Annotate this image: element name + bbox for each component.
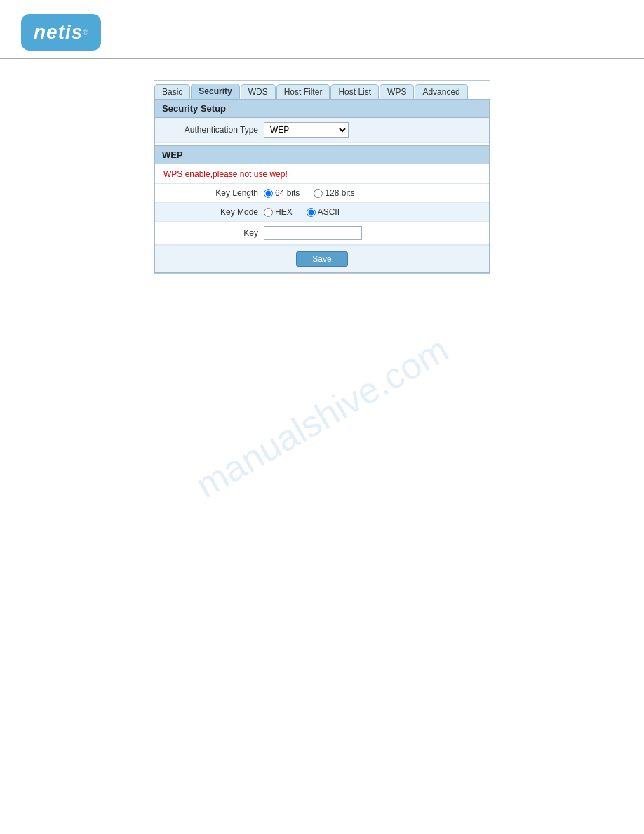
logo-text: netis bbox=[34, 21, 83, 43]
tab-host-list[interactable]: Host List bbox=[330, 84, 379, 99]
key-mode-control: HEX ASCII bbox=[264, 207, 482, 217]
key-length-row: Key Length 64 bits 128 bits bbox=[155, 184, 489, 203]
key-mode-row: Key Mode HEX ASCII bbox=[155, 203, 489, 222]
key-mode-ascii-option: ASCII bbox=[307, 207, 340, 217]
key-row: Key bbox=[155, 222, 489, 245]
panel-body: Security Setup Authentication Type WEP W… bbox=[154, 99, 490, 273]
key-length-128-radio[interactable] bbox=[314, 189, 323, 198]
tab-wds[interactable]: WDS bbox=[241, 84, 276, 99]
tab-basic[interactable]: Basic bbox=[154, 84, 190, 99]
key-length-64-option: 64 bits bbox=[264, 188, 300, 198]
tab-security[interactable]: Security bbox=[191, 84, 239, 99]
key-mode-hex-option: HEX bbox=[264, 207, 293, 217]
key-input[interactable] bbox=[264, 226, 362, 240]
save-button[interactable]: Save bbox=[296, 251, 347, 267]
key-mode-label: Key Mode bbox=[162, 207, 264, 217]
save-row: Save bbox=[155, 245, 489, 272]
key-mode-hex-radio[interactable] bbox=[264, 208, 273, 217]
wep-warning-row: WPS enable,please not use wep! bbox=[155, 164, 489, 184]
key-length-control: 64 bits 128 bits bbox=[264, 188, 482, 198]
auth-type-label: Authentication Type bbox=[162, 125, 264, 135]
key-length-128-label[interactable]: 128 bits bbox=[325, 188, 354, 198]
key-mode-ascii-radio[interactable] bbox=[307, 208, 316, 217]
tab-host-filter[interactable]: Host Filter bbox=[276, 84, 330, 99]
key-length-64-label[interactable]: 64 bits bbox=[275, 188, 300, 198]
auth-type-row: Authentication Type WEP WPA-PSK WPA2-PSK… bbox=[155, 118, 489, 143]
logo: netis® bbox=[21, 14, 101, 51]
panel: Basic Security WDS Host Filter Host List… bbox=[154, 80, 490, 274]
key-control bbox=[264, 226, 482, 240]
logo-dot: ® bbox=[83, 29, 88, 37]
main-content: Basic Security WDS Host Filter Host List… bbox=[0, 80, 644, 274]
key-length-label: Key Length bbox=[162, 188, 264, 198]
auth-type-select[interactable]: WEP WPA-PSK WPA2-PSK WPA/WPA2-PSK None bbox=[264, 122, 349, 138]
tab-wps[interactable]: WPS bbox=[380, 84, 414, 99]
key-length-64-radio[interactable] bbox=[264, 189, 273, 198]
wep-warning-text: WPS enable,please not use wep! bbox=[163, 169, 288, 179]
security-setup-header: Security Setup bbox=[155, 100, 489, 118]
header: netis® bbox=[0, 0, 644, 59]
key-length-128-option: 128 bits bbox=[314, 188, 354, 198]
tab-advanced[interactable]: Advanced bbox=[415, 84, 467, 99]
key-mode-hex-label[interactable]: HEX bbox=[275, 207, 293, 217]
tabs-bar: Basic Security WDS Host Filter Host List… bbox=[154, 81, 490, 99]
key-label: Key bbox=[162, 228, 264, 238]
auth-type-control: WEP WPA-PSK WPA2-PSK WPA/WPA2-PSK None bbox=[264, 122, 482, 138]
key-mode-ascii-label[interactable]: ASCII bbox=[318, 207, 340, 217]
wep-section-header: WEP bbox=[155, 145, 489, 164]
